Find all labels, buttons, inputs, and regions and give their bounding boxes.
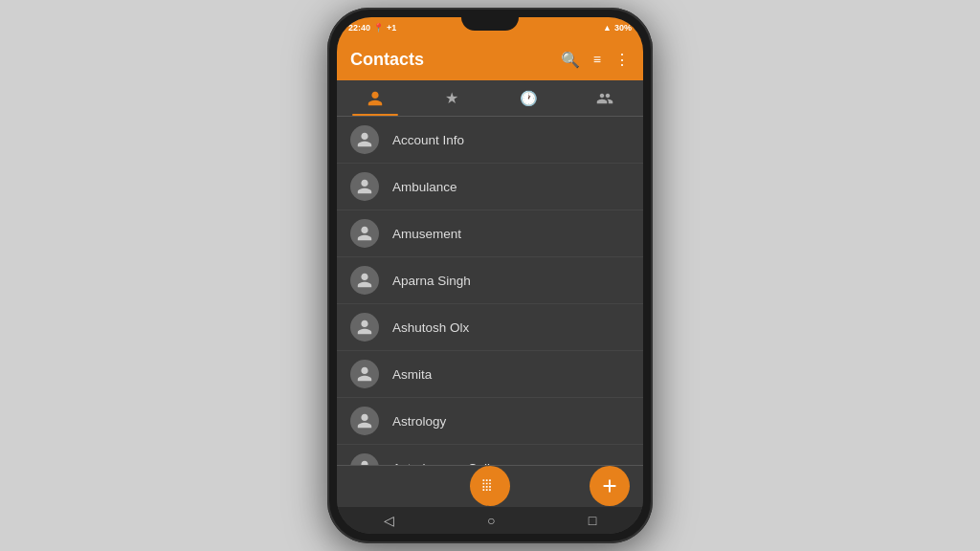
dialpad-fab[interactable]	[470, 466, 510, 506]
phone-frame: 22:40 📍 +1 ▲ 30% Contacts 🔍 ≡ ⋮	[327, 8, 653, 543]
contact-item[interactable]: Astrology	[337, 398, 643, 445]
search-icon[interactable]: 🔍	[561, 51, 580, 69]
contacts-list: Account Info Ambulance Amusement Aparn	[337, 117, 643, 465]
contact-avatar	[350, 266, 379, 295]
nav-bar: ◁ ○ □	[337, 507, 643, 534]
contact-name: Asmita	[392, 367, 432, 382]
status-right: ▲ 30%	[603, 23, 632, 33]
filter-icon[interactable]: ≡	[593, 52, 601, 67]
tab-contacts[interactable]	[337, 80, 413, 116]
contact-avatar	[350, 313, 379, 342]
contact-avatar	[350, 125, 379, 154]
app-header: Contacts 🔍 ≡ ⋮	[337, 38, 643, 80]
contact-avatar	[350, 172, 379, 201]
contact-name: Astrology	[392, 414, 446, 429]
contact-item[interactable]: Ashutosh Olx	[337, 304, 643, 351]
time: 22:40	[348, 23, 370, 33]
wifi-icon: ▲	[603, 23, 612, 33]
contact-item[interactable]: Amusement	[337, 210, 643, 257]
contact-name: Account Info	[392, 133, 464, 147]
contact-name: Ashutosh Olx	[392, 320, 469, 335]
contact-avatar	[350, 360, 379, 388]
tab-groups[interactable]	[567, 80, 643, 116]
tab-favorites[interactable]: ★	[413, 80, 490, 116]
phone-screen: 22:40 📍 +1 ▲ 30% Contacts 🔍 ≡ ⋮	[337, 17, 643, 534]
header-icons: 🔍 ≡ ⋮	[561, 51, 630, 69]
contact-name: Ambulance	[392, 180, 457, 194]
back-button[interactable]: ◁	[384, 513, 394, 528]
contact-item[interactable]: Asmita	[337, 351, 643, 398]
recents-button[interactable]: □	[589, 513, 596, 528]
battery: 30%	[614, 23, 632, 33]
contact-avatar	[350, 407, 379, 435]
bottom-bar	[337, 465, 643, 507]
more-icon[interactable]: ⋮	[614, 51, 630, 69]
contact-avatar	[350, 219, 379, 248]
tabs-bar: ★ 🕐	[337, 80, 643, 117]
notch	[461, 17, 519, 31]
app-title: Contacts	[350, 50, 424, 70]
contact-name: Amusement	[392, 227, 461, 241]
contact-item[interactable]: Aparna Singh	[337, 257, 643, 304]
contact-avatar	[350, 453, 379, 465]
home-button[interactable]: ○	[487, 513, 495, 528]
contact-item[interactable]: Account Info	[337, 117, 643, 164]
signal-icon: 📍	[373, 23, 384, 33]
status-left: 22:40 📍 +1	[348, 23, 396, 33]
sim-icon: +1	[387, 23, 396, 33]
add-contact-fab[interactable]	[590, 466, 630, 506]
contact-item[interactable]: Ambulance	[337, 164, 643, 210]
contact-name: Aparna Singh	[392, 274, 471, 288]
tab-recent[interactable]: 🕐	[490, 80, 567, 116]
contact-item[interactable]: Astrology on Call	[337, 445, 643, 465]
